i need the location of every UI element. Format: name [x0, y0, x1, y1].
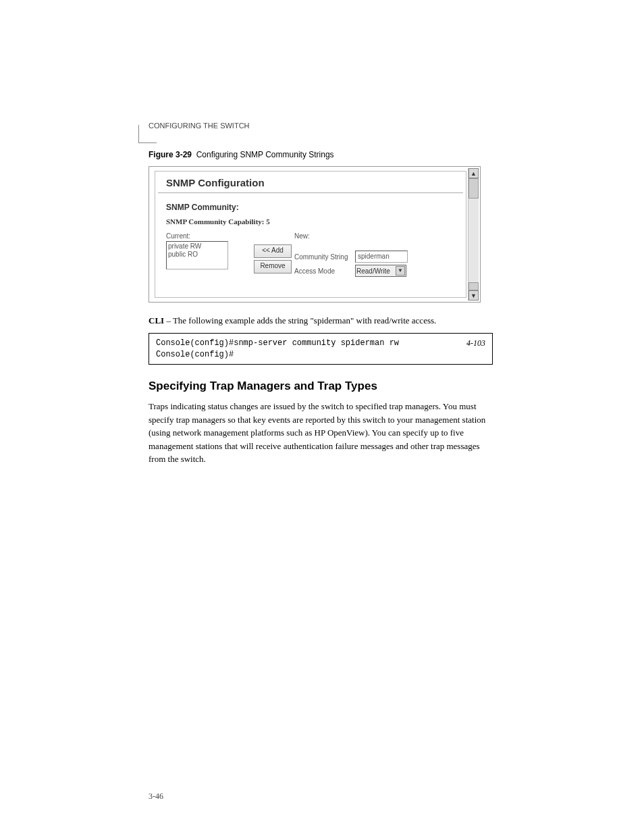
- figure-caption: Figure 3-29 Configuring SNMP Community S…: [149, 150, 493, 159]
- snmp-capability-label: SNMP Community Capability: 5: [155, 215, 466, 232]
- scrollbar-thumb[interactable]: [468, 178, 479, 199]
- cli-line-2: Console(config)#: [156, 350, 234, 359]
- access-mode-select[interactable]: Read/Write ▼: [355, 265, 406, 277]
- remove-button[interactable]: Remove: [254, 260, 292, 273]
- current-communities-listbox[interactable]: private RW public RO: [166, 241, 228, 269]
- community-string-input[interactable]: spiderman: [355, 251, 408, 263]
- community-string-label: Community String: [294, 253, 355, 261]
- panel-title: SNMP Configuration: [158, 172, 463, 193]
- section-heading: Specifying Trap Managers and Trap Types: [149, 380, 493, 393]
- cli-intro-text: CLI – The following example adds the str…: [149, 315, 493, 328]
- section-body: Traps indicating status changes are issu…: [149, 400, 493, 466]
- crop-mark: [138, 125, 157, 143]
- add-button[interactable]: << Add: [254, 244, 292, 258]
- cli-line-1: Console(config)#snmp-server community sp…: [156, 338, 399, 348]
- current-label: Current:: [166, 232, 254, 240]
- chevron-down-icon: ▼: [396, 266, 405, 276]
- access-mode-label: Access Mode: [294, 267, 355, 275]
- scrollbar-down-icon[interactable]: ▼: [468, 290, 479, 301]
- cli-intro-span: The following example adds the string "s…: [173, 315, 436, 325]
- cli-example-box: 4-103Console(config)#snmp-server communi…: [149, 333, 493, 365]
- snmp-config-window: SNMP Configuration SNMP Community: SNMP …: [155, 171, 466, 298]
- figure-number: Figure 3-29: [149, 150, 192, 159]
- list-item[interactable]: private RW: [168, 242, 226, 251]
- snmp-config-screenshot: SNMP Configuration SNMP Community: SNMP …: [149, 166, 481, 303]
- running-head: CONFIGURING THE SWITCH: [149, 122, 493, 130]
- figure-caption-text: Configuring SNMP Community Strings: [196, 150, 334, 159]
- access-mode-value: Read/Write: [356, 267, 390, 275]
- scrollbar-up-icon[interactable]: ▲: [468, 168, 479, 178]
- list-item[interactable]: public RO: [168, 251, 226, 259]
- cli-page-ref: 4-103: [466, 338, 485, 349]
- new-label: New:: [294, 232, 455, 240]
- page-number: 3-46: [149, 791, 163, 802]
- scrollbar-thumb-lower[interactable]: [468, 282, 479, 290]
- vertical-scrollbar[interactable]: ▲ ▼: [468, 168, 479, 301]
- snmp-community-label: SNMP Community:: [155, 193, 466, 215]
